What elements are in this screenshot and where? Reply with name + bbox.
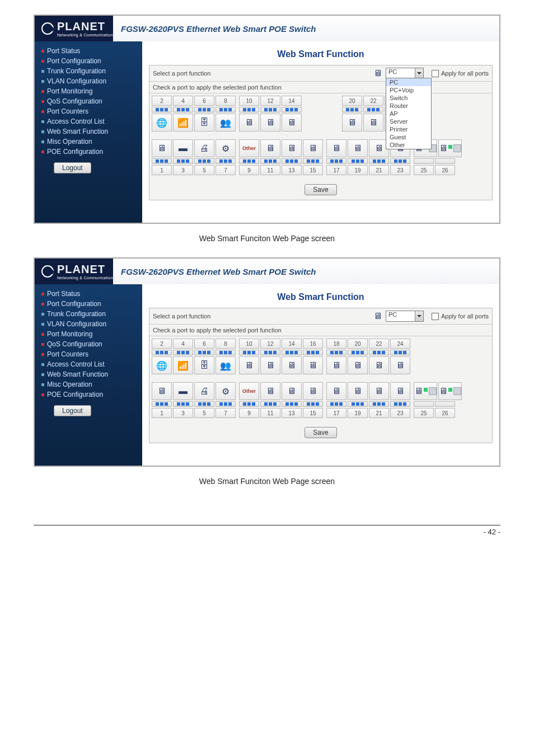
port-icon[interactable]: 🖥 [363, 114, 383, 132]
sidebar-item-access-control-list[interactable]: Access Control List [41, 116, 137, 126]
port-num: 20 [348, 339, 368, 349]
option-pc[interactable]: PC [386, 78, 431, 86]
port-icon[interactable]: 📶 [173, 356, 193, 374]
port-icon[interactable]: 🖥 [390, 382, 410, 400]
sidebar-item-qos-configuration[interactable]: QoS Configuration [41, 96, 137, 106]
port-icon[interactable]: 🖥 [326, 356, 346, 374]
port-icon[interactable]: 🖥 [239, 356, 259, 374]
link-led [173, 107, 193, 112]
option-server[interactable]: Server [386, 118, 431, 125]
port-icon[interactable]: ⚙ [216, 382, 236, 400]
main-panel: Web Smart Function Select a port functio… [142, 284, 499, 466]
port-icon[interactable]: 📶 [173, 114, 193, 132]
port-icon[interactable]: 🗄 [194, 114, 214, 132]
port-icon[interactable]: 🗄 [194, 356, 214, 374]
port-icon[interactable]: 🖥 [390, 356, 410, 374]
port-num: 26 [435, 408, 455, 418]
sidebar-item-vlan-configuration[interactable]: VLAN Configuration [41, 319, 137, 329]
port-icon[interactable]: ▬ [173, 139, 193, 157]
port-icon[interactable]: 🖥 [303, 382, 323, 400]
check-port-label: Check a port to apply the selected port … [149, 325, 492, 336]
printer-icon: 🖨 [200, 143, 209, 153]
pc-icon: 🖥 [287, 386, 296, 396]
port-icon[interactable]: 🖥 [348, 382, 368, 400]
apply-all-checkbox[interactable] [432, 70, 439, 77]
option-printer[interactable]: Printer [386, 125, 431, 133]
port-icon[interactable]: 🖥 [282, 356, 302, 374]
sidebar-item-port-status[interactable]: Port Status [41, 46, 137, 56]
sidebar-item-port-configuration[interactable]: Port Configuration [41, 299, 137, 309]
sidebar-item-qos-configuration[interactable]: QoS Configuration [41, 339, 137, 349]
apply-all-checkbox[interactable] [432, 313, 439, 320]
option-ap[interactable]: AP [386, 110, 431, 118]
port-icon[interactable]: 🖥 [326, 139, 346, 157]
port-icon[interactable]: 🖥 [326, 382, 346, 400]
sidebar-item-misc-operation[interactable]: Misc Operation [41, 379, 137, 389]
port-num: 22 [369, 339, 389, 349]
port-icon[interactable]: 🖥 [239, 114, 259, 132]
pc-icon: 🖥 [157, 386, 166, 396]
option-router[interactable]: Router [386, 102, 431, 110]
port-icon[interactable]: 🖥 [369, 356, 389, 374]
function-select[interactable]: PC [386, 311, 424, 322]
sidebar-item-port-monitoring[interactable]: Port Monitoring [41, 86, 137, 96]
sidebar-item-trunk-configuration[interactable]: Trunk Configuration [41, 309, 137, 319]
port-icon[interactable]: 🖨 [194, 139, 214, 157]
other-icon: ⚙ [222, 386, 229, 397]
sidebar-item-poe-configuration[interactable]: POE Configuration [41, 389, 137, 400]
port-icon[interactable]: Other [239, 139, 259, 157]
sidebar-item-misc-operation[interactable]: Misc Operation [41, 137, 137, 147]
port-icon[interactable]: Other [239, 382, 259, 400]
port-icon[interactable]: 🖥 [369, 382, 389, 400]
link-led [282, 401, 302, 407]
port-icon[interactable]: 👥 [216, 356, 236, 374]
option-other[interactable]: Other [386, 141, 431, 149]
function-select-options[interactable]: PC PC+Voip Switch Router AP Server Print… [386, 78, 432, 149]
function-select[interactable]: PC PC PC+Voip Switch Router AP Server Pr… [386, 68, 424, 79]
sidebar-item-port-configuration[interactable]: Port Configuration [41, 56, 137, 66]
port-icon[interactable]: 🖥 [303, 356, 323, 374]
port-icon[interactable]: 🖥 [303, 139, 323, 157]
logout-button[interactable]: Logout [54, 162, 91, 173]
sidebar-item-web-smart-function[interactable]: Web Smart Function [41, 126, 137, 137]
option-switch[interactable]: Switch [386, 94, 431, 102]
port-icon[interactable]: 🌐 [152, 114, 172, 132]
save-button[interactable]: Save [305, 184, 336, 195]
sidebar-item-port-counters[interactable]: Port Counters [41, 349, 137, 359]
port-icon[interactable]: 🖥 [152, 382, 172, 400]
port-icon[interactable]: 🖥 [282, 114, 302, 132]
port-icon[interactable]: ⚙ [216, 139, 236, 157]
save-button[interactable]: Save [305, 427, 336, 438]
port-icon[interactable]: 🖥 [348, 356, 368, 374]
port-icon[interactable]: 🖥 [260, 114, 280, 132]
port-icon[interactable]: 🖥 [282, 382, 302, 400]
port-icon[interactable]: 🖥 [260, 382, 280, 400]
sidebar-item-trunk-configuration[interactable]: Trunk Configuration [41, 66, 137, 76]
port-icon[interactable]: 🖥 [282, 139, 302, 157]
port-icon[interactable]: 🖥 [260, 139, 280, 157]
sidebar-item-port-status[interactable]: Port Status [41, 289, 137, 299]
port-icon[interactable]: 🖥 [152, 139, 172, 157]
sidebar-item-access-control-list[interactable]: Access Control List [41, 359, 137, 369]
port-icon[interactable]: ▬ [173, 382, 193, 400]
port-icon[interactable]: 🌐 [152, 356, 172, 374]
option-guest[interactable]: Guest [386, 133, 431, 141]
port-icon[interactable]: 🖥 [348, 139, 368, 157]
sidebar-item-web-smart-function[interactable]: Web Smart Function [41, 369, 137, 379]
link-led [260, 107, 280, 112]
option-pc-voip[interactable]: PC+Voip [386, 86, 431, 94]
port-icon[interactable]: 🖥 [342, 114, 362, 132]
sidebar-item-vlan-configuration[interactable]: VLAN Configuration [41, 76, 137, 86]
sidebar-item-port-monitoring[interactable]: Port Monitoring [41, 329, 137, 339]
sfp-port[interactable]: 🖥 [414, 382, 437, 400]
port-icon[interactable]: 🖨 [194, 382, 214, 400]
sidebar-item-port-counters[interactable]: Port Counters [41, 106, 137, 116]
logout-button[interactable]: Logout [54, 405, 91, 416]
link-led [194, 350, 214, 355]
sfp-port[interactable]: 🖥 [438, 139, 462, 157]
sfp-port[interactable]: 🖥 [438, 382, 462, 400]
port-icon[interactable]: 👥 [216, 114, 236, 132]
sidebar-item-poe-configuration[interactable]: POE Configuration [41, 147, 137, 157]
port-icon[interactable]: 🖥 [260, 356, 280, 374]
link-led [348, 158, 368, 164]
